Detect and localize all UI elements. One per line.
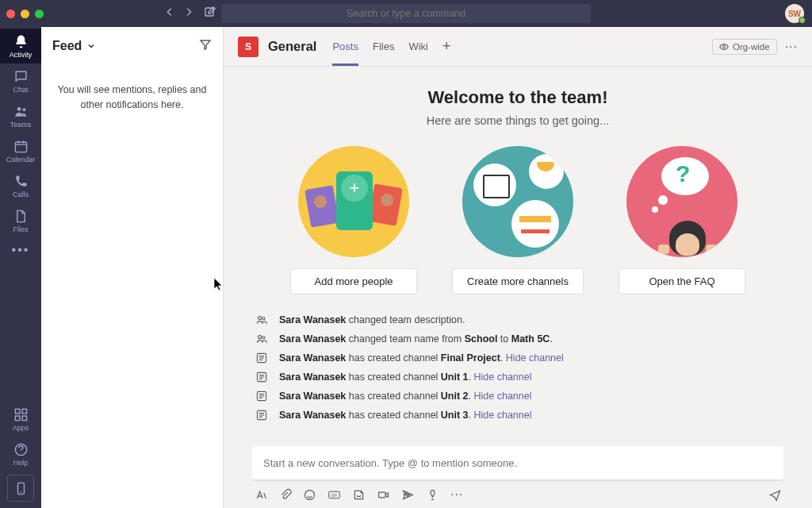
channel-more-icon[interactable]: ··· (785, 40, 798, 54)
create-channels-button[interactable]: Create more channels (452, 268, 584, 294)
stream-icon[interactable] (401, 488, 415, 502)
log-row: Sara Wanasek changed team name from Scho… (255, 329, 783, 348)
search-bar[interactable] (221, 4, 591, 23)
composer-toolbar: GIF ··· (252, 481, 783, 502)
rail-apps[interactable]: Apps (0, 402, 41, 437)
attach-icon[interactable] (278, 488, 292, 502)
channel-icon (255, 352, 268, 364)
tab-files[interactable]: Files (373, 27, 394, 66)
feed-pane: Feed You will see mentions, replies and … (41, 27, 224, 508)
add-people-button[interactable]: Add more people (290, 268, 417, 294)
badge-label: Org-wide (733, 42, 770, 52)
channel-icon (255, 371, 268, 383)
minimize-window[interactable] (21, 10, 29, 18)
rail-help[interactable]: Help (0, 437, 41, 471)
hide-channel-link[interactable]: Hide channel (474, 371, 532, 383)
card-create-channels: Create more channels (452, 146, 584, 294)
filter-icon[interactable] (199, 38, 212, 54)
forward-icon[interactable] (183, 6, 194, 21)
nav-arrows (164, 6, 194, 21)
composer[interactable] (252, 446, 783, 481)
main-area: S General Posts Files Wiki + Org-wide ··… (224, 27, 812, 508)
feed-dropdown[interactable]: Feed (52, 39, 96, 53)
create-channels-illustration (462, 146, 573, 257)
channel-icon (255, 409, 268, 421)
tab-wiki[interactable]: Wiki (408, 27, 428, 66)
chat-icon (13, 69, 29, 84)
add-tab-button[interactable]: + (442, 38, 451, 55)
presence-available-icon (799, 17, 806, 24)
activity-log: Sara Wanasek changed team description.Sa… (252, 310, 783, 425)
rail-calls[interactable]: Calls (0, 168, 41, 203)
rail-label: Calendar (6, 156, 36, 164)
welcome-title: Welcome to the team! (252, 87, 783, 108)
sticker-icon[interactable] (352, 488, 366, 502)
gif-icon[interactable]: GIF (327, 488, 341, 502)
tab-posts[interactable]: Posts (332, 27, 358, 66)
team-avatar: S (238, 37, 259, 57)
svg-rect-5 (22, 409, 27, 414)
more-icon: ••• (12, 243, 30, 257)
team-change-icon (255, 333, 268, 345)
open-faq-button[interactable]: Open the FAQ (619, 268, 745, 294)
rail-label: Files (13, 225, 28, 233)
log-text: Sara Wanasek has created channel Final P… (279, 352, 564, 364)
rail-teams[interactable]: Teams (0, 98, 41, 133)
window-controls (6, 10, 44, 18)
rail-more[interactable]: ••• (0, 238, 41, 262)
rail-label: Activity (10, 51, 33, 59)
meet-icon[interactable] (377, 488, 390, 502)
bell-icon (13, 34, 29, 49)
rail-label: Help (13, 459, 29, 467)
apps-icon (13, 407, 29, 422)
svg-point-19 (305, 490, 315, 499)
search-input[interactable] (221, 8, 591, 19)
rail-chat[interactable]: Chat (0, 64, 41, 98)
compose-icon[interactable] (204, 6, 216, 21)
send-icon[interactable] (768, 488, 782, 502)
composer-area: GIF ··· (224, 446, 812, 508)
faq-illustration: ? (626, 146, 737, 257)
log-row: Sara Wanasek has created channel Unit 1.… (255, 368, 783, 387)
rail-files[interactable]: Files (0, 203, 41, 238)
card-add-people: + Add more people (290, 146, 417, 294)
svg-rect-7 (22, 416, 27, 421)
team-change-icon (255, 314, 268, 326)
rail-mobile[interactable] (7, 475, 34, 502)
rail-activity[interactable]: Activity (0, 29, 41, 64)
help-icon (13, 442, 29, 457)
format-icon[interactable] (254, 488, 267, 502)
praise-icon[interactable] (426, 488, 439, 502)
app-rail: Activity Chat Teams Calendar Calls Files… (0, 27, 41, 508)
back-icon[interactable] (164, 6, 175, 21)
hide-channel-link[interactable]: Hide channel (474, 391, 532, 402)
add-people-illustration: + (298, 146, 409, 257)
feed-title-label: Feed (52, 39, 82, 53)
svg-rect-6 (15, 416, 20, 421)
log-row: Sara Wanasek has created channel Unit 3.… (255, 406, 783, 425)
close-window[interactable] (6, 10, 15, 18)
channel-content: Welcome to the team! Here are some thing… (224, 67, 812, 446)
emoji-icon[interactable] (303, 488, 316, 502)
channel-header: S General Posts Files Wiki + Org-wide ··… (224, 27, 812, 67)
composer-input[interactable] (263, 457, 772, 469)
hide-channel-link[interactable]: Hide channel (506, 352, 564, 364)
maximize-window[interactable] (35, 10, 44, 18)
svg-rect-22 (379, 492, 386, 498)
welcome-block: Welcome to the team! Here are some thing… (252, 87, 783, 294)
svg-point-14 (262, 337, 265, 339)
toolbar-more-icon[interactable]: ··· (450, 487, 463, 502)
hide-channel-link[interactable]: Hide channel (474, 410, 532, 421)
org-wide-badge[interactable]: Org-wide (712, 39, 777, 55)
rail-label: Calls (13, 190, 29, 198)
rail-label: Apps (13, 424, 29, 432)
phone-icon (13, 174, 29, 189)
channel-icon (255, 390, 268, 402)
svg-text:GIF: GIF (331, 493, 338, 497)
chevron-down-icon (86, 41, 96, 51)
rail-calendar[interactable]: Calendar (0, 133, 41, 168)
log-row: Sara Wanasek changed team description. (255, 310, 783, 329)
log-row: Sara Wanasek has created channel Final P… (255, 348, 783, 368)
mobile-icon (13, 481, 29, 496)
feed-empty-text: You will see mentions, replies and other… (52, 83, 212, 113)
